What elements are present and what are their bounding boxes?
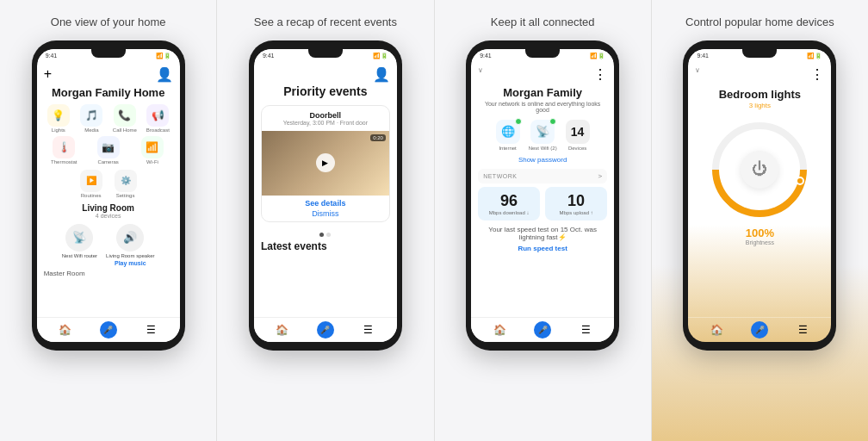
panel2-title: See a recap of recent events [254, 16, 397, 30]
nav-home-icon-2[interactable]: 🏠 [274, 321, 291, 339]
network-home-title: Morgan Family [503, 86, 582, 99]
p2-content: 👤 Priority events Doorbell Yesterday, 3:… [254, 61, 397, 317]
icon-broadcast[interactable]: 📢 Broadcast [143, 104, 173, 133]
nav-list-icon-2[interactable]: ☰ [360, 321, 377, 339]
network-section-label: NETWORK [483, 173, 517, 179]
more-icon[interactable]: ⋮ [593, 66, 607, 83]
network-subtitle: Your network is online and everything lo… [478, 101, 607, 113]
time-4: 9:41 [697, 53, 709, 59]
phone-3: 9:41 📶🔋 ∨ ⋮ Morgan Family Your network i… [466, 40, 619, 351]
settings-icon: ⚙️ [115, 170, 137, 192]
see-details-link[interactable]: See details [305, 199, 345, 208]
icon-call[interactable]: 📞 Call Home [110, 104, 140, 133]
status-icons-3: 📶🔋 [590, 53, 605, 59]
routines-item[interactable]: ▶️ Routines [80, 170, 102, 198]
event-video-thumbnail[interactable]: 0:20 ▶ [262, 131, 389, 196]
run-speed-test-link[interactable]: Run speed test [518, 245, 567, 252]
p1-content: + 👤 Morgan Family Home 💡 Lights 🎵 Media [37, 61, 180, 317]
status-icons-2: 📶🔋 [373, 53, 388, 59]
wifi-item: 📡 Nest Wifi (2) [529, 120, 557, 151]
home-title: Morgan Family Home [52, 86, 164, 99]
master-room-label: Master Room [44, 270, 85, 277]
panel-devices: Control popular home devices 9:41 📶🔋 ∨ ⋮… [652, 0, 868, 441]
notch-4 [742, 49, 777, 58]
icon-cameras[interactable]: 📷 Cameras [88, 136, 128, 165]
settings-item[interactable]: ⚙️ Settings [115, 170, 137, 198]
nav-list-icon[interactable]: ☰ [143, 321, 160, 339]
download-card: 96 Mbps download ↓ [478, 187, 540, 220]
thermostat-label: Thermostat [51, 159, 77, 165]
device-router[interactable]: 📡 Nest Wifi router [62, 224, 97, 258]
p3-content: ∨ ⋮ Morgan Family Your network is online… [471, 61, 614, 317]
back-chevron-icon[interactable]: ∨ [478, 66, 483, 83]
device-subtitle: 3 lights [749, 102, 771, 109]
status-icons-1: 📶🔋 [156, 53, 171, 59]
call-icon: 📞 [114, 104, 136, 127]
upload-speed: 10 [550, 192, 602, 210]
back-chevron-icon-4[interactable]: ∨ [695, 66, 700, 83]
broadcast-label: Broadcast [146, 127, 170, 133]
routines-icon: ▶️ [80, 170, 102, 192]
panel1-title: One view of your home [51, 16, 166, 30]
p4-inner: Bedroom lights 3 lights ⏻ 100% Brightnes… [708, 88, 811, 312]
thermostat-icon: 🌡️ [53, 136, 75, 158]
nav-home-icon[interactable]: 🏠 [57, 321, 74, 339]
phone-4: 9:41 📶🔋 ∨ ⋮ Bedroom lights 3 lights [683, 40, 836, 351]
play-button[interactable]: ▶ [316, 153, 335, 172]
phone-2: 9:41 📶🔋 👤 Priority events Doorbell Yeste… [249, 40, 402, 351]
phone-inner-2: 9:41 📶🔋 👤 Priority events Doorbell Yeste… [254, 49, 397, 342]
device-speaker[interactable]: 🔊 Living Room speaker Play music [106, 224, 154, 266]
upload-card: 10 Mbps upload ↑ [545, 187, 607, 220]
lights-label: Lights [52, 127, 65, 133]
upload-unit: Mbps upload ↑ [550, 210, 602, 215]
priority-events-title: Priority events [283, 84, 367, 98]
event-device: Doorbell [269, 111, 382, 120]
panel3-title: Keep it all connected [491, 16, 595, 30]
icon-thermostat[interactable]: 🌡️ Thermostat [44, 136, 84, 165]
network-section-row[interactable]: NETWORK > [478, 169, 607, 183]
mic-button[interactable]: 🎤 [100, 321, 117, 339]
mic-button-4[interactable]: 🎤 [751, 321, 768, 339]
icon-lights[interactable]: 💡 Lights [44, 104, 74, 133]
devices-item: 14 Devices [566, 120, 590, 151]
mic-button-2[interactable]: 🎤 [317, 321, 334, 339]
latest-events-title: Latest events [261, 240, 327, 252]
time-2: 9:41 [263, 53, 275, 59]
speed-cards-row: 96 Mbps download ↓ 10 Mbps upload ↑ [478, 187, 607, 220]
show-password-link[interactable]: Show password [518, 156, 567, 164]
icon-media[interactable]: 🎵 Media [77, 104, 107, 133]
panel-home: One view of your home 9:41 📶🔋 + 👤 Morgan… [0, 0, 217, 441]
devices-icon: 14 [566, 120, 590, 144]
more-icon-4[interactable]: ⋮ [810, 66, 824, 83]
phone-inner-1: 9:41 📶🔋 + 👤 Morgan Family Home 💡 Lights [37, 49, 180, 342]
avatar-1: 👤 [156, 66, 173, 83]
event-header: Doorbell Yesterday, 3:00 PM · Front door [262, 106, 389, 131]
brightness-pct: 100% [746, 227, 774, 239]
p1-top-row: + 👤 [44, 66, 173, 83]
bottom-nav-3: 🏠 🎤 ☰ [471, 317, 614, 342]
p4-content: ∨ ⋮ Bedroom lights 3 lights ⏻ [688, 61, 831, 317]
play-music-link[interactable]: Play music [115, 260, 146, 266]
nav-list-icon-4[interactable]: ☰ [794, 321, 811, 339]
call-label: Call Home [113, 127, 137, 133]
bottom-nav-1: 🏠 🎤 ☰ [37, 317, 180, 342]
icon-wifi[interactable]: 📶 Wi-Fi [132, 136, 172, 165]
media-icon: 🎵 [80, 104, 102, 127]
status-icons-4: 📶🔋 [807, 53, 822, 59]
add-icon[interactable]: + [44, 66, 52, 82]
room-sub: 4 devices [96, 213, 121, 219]
dots-indicator [319, 233, 331, 237]
network-icons-row: 🌐 Internet 📡 Nest Wifi (2) [496, 120, 590, 151]
video-duration: 0:20 [370, 134, 386, 141]
routines-settings-row: ▶️ Routines ⚙️ Settings [80, 170, 137, 198]
event-time: Yesterday, 3:00 PM · Front door [269, 120, 382, 126]
nav-home-icon-4[interactable]: 🏠 [708, 321, 725, 339]
nav-home-icon-3[interactable]: 🏠 [491, 321, 508, 339]
speaker-icon: 🔊 [116, 224, 144, 252]
internet-label: Internet [499, 146, 516, 151]
mic-button-3[interactable]: 🎤 [534, 321, 551, 339]
app-panels: One view of your home 9:41 📶🔋 + 👤 Morgan… [0, 0, 868, 441]
nav-list-icon-3[interactable]: ☰ [577, 321, 594, 339]
dot-2 [326, 233, 331, 237]
dismiss-link[interactable]: Dismiss [312, 209, 339, 218]
